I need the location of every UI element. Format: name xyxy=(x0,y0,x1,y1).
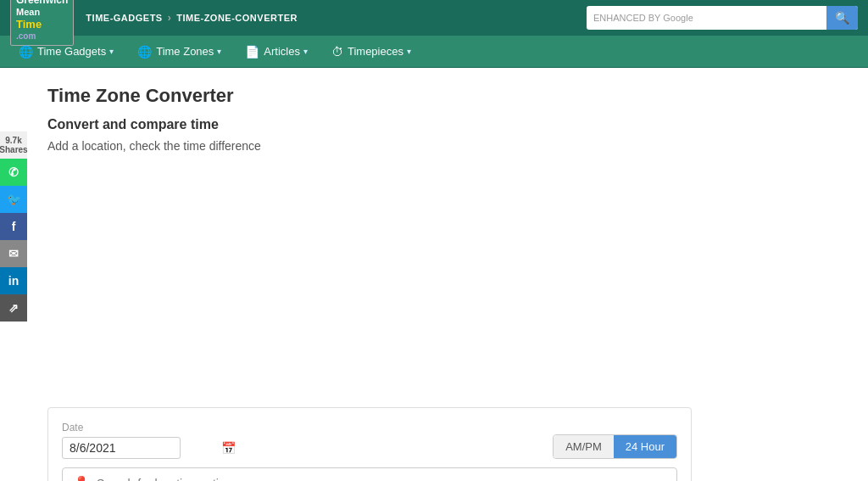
whatsapp-button[interactable]: ✆ xyxy=(0,159,27,186)
hour24-toggle-button[interactable]: 24 Hour xyxy=(614,435,676,458)
logo-mean: Mean xyxy=(16,7,68,18)
description-text: Add a location, check the time differenc… xyxy=(47,139,851,153)
nav-item-time-gadgets[interactable]: 🌐 Time Gadgets ▾ xyxy=(7,36,125,67)
date-section: Date 📅 xyxy=(62,422,181,459)
search-label: ENHANCED BY Google xyxy=(587,13,826,23)
widget-top-row: Date 📅 AM/PM 24 Hour xyxy=(62,422,677,459)
shares-label: Shares xyxy=(0,145,28,154)
search-icon: 🔍 xyxy=(835,11,849,25)
chevron-down-icon-gadgets: ▾ xyxy=(109,47,114,56)
chevron-down-icon-timepieces: ▾ xyxy=(407,47,411,56)
header: Greenwich Mean Time .com TIME-GADGETS › … xyxy=(0,0,868,36)
share-button[interactable]: ⇗ xyxy=(0,294,27,322)
share-icon: ⇗ xyxy=(8,301,19,315)
breadcrumb-item1[interactable]: TIME-GADGETS xyxy=(86,13,162,23)
chevron-down-icon-articles: ▾ xyxy=(303,47,308,56)
nav-label-articles: Articles xyxy=(264,45,300,58)
email-button[interactable]: ✉ xyxy=(0,240,27,267)
nav-label-timepieces: Timepieces xyxy=(348,45,403,58)
nav-item-timepieces[interactable]: ⏱ Timepieces ▾ xyxy=(320,36,423,67)
logo-greenwich: Greenwich xyxy=(16,0,68,7)
breadcrumb: TIME-GADGETS › TIME-ZONE-CONVERTER xyxy=(86,12,587,24)
nav-item-articles[interactable]: 📄 Articles ▾ xyxy=(233,36,320,67)
location-search[interactable]: 📍 xyxy=(62,467,677,481)
ampm-toggle-button[interactable]: AM/PM xyxy=(554,435,614,458)
search-bar: ENHANCED BY Google 🔍 xyxy=(587,6,858,30)
section-title: Convert and compare time xyxy=(47,117,851,132)
linkedin-icon: in xyxy=(8,274,19,288)
main-content: Time Zone Converter Convert and compare … xyxy=(31,68,868,481)
date-label: Date xyxy=(62,422,181,433)
linkedin-button[interactable]: in xyxy=(0,267,27,294)
calendar-icon[interactable]: 📅 xyxy=(221,441,236,455)
time-zones-icon: 🌐 xyxy=(137,45,152,59)
whatsapp-icon: ✆ xyxy=(8,165,19,179)
twitter-button[interactable]: 🐦 xyxy=(0,186,27,213)
page-title: Time Zone Converter xyxy=(47,85,851,107)
search-button[interactable]: 🔍 xyxy=(826,6,858,30)
email-icon: ✉ xyxy=(8,247,19,260)
nav-item-time-zones[interactable]: 🌐 Time Zones ▾ xyxy=(125,36,233,67)
breadcrumb-sep: › xyxy=(168,12,172,24)
location-icon: 📍 xyxy=(73,475,90,481)
chevron-down-icon-zones: ▾ xyxy=(217,47,221,56)
social-count: 9.7k Shares xyxy=(0,131,27,159)
time-format-toggle: AM/PM 24 Hour xyxy=(553,434,677,459)
nav-label-time-zones: Time Zones xyxy=(156,45,214,58)
social-sidebar: 9.7k Shares ✆ 🐦 f ✉ in ⇗ xyxy=(0,131,27,322)
location-input[interactable] xyxy=(97,477,666,482)
facebook-button[interactable]: f xyxy=(0,213,27,240)
nav: 🌐 Time Gadgets ▾ 🌐 Time Zones ▾ 📄 Articl… xyxy=(0,36,868,68)
logo-time: Time xyxy=(16,18,68,31)
timepieces-icon: ⏱ xyxy=(331,45,343,59)
date-input-wrap: 📅 xyxy=(62,437,181,459)
share-count: 9.7k xyxy=(5,136,21,145)
nav-label-time-gadgets: Time Gadgets xyxy=(37,45,106,58)
breadcrumb-item2[interactable]: TIME-ZONE-CONVERTER xyxy=(176,13,298,23)
articles-icon: 📄 xyxy=(245,45,259,59)
facebook-icon: f xyxy=(12,220,16,233)
converter-widget: Date 📅 AM/PM 24 Hour 📍 🕐 xyxy=(47,407,692,481)
date-input[interactable] xyxy=(70,441,218,455)
time-gadgets-icon: 🌐 xyxy=(19,45,33,59)
twitter-icon: 🐦 xyxy=(7,193,21,206)
